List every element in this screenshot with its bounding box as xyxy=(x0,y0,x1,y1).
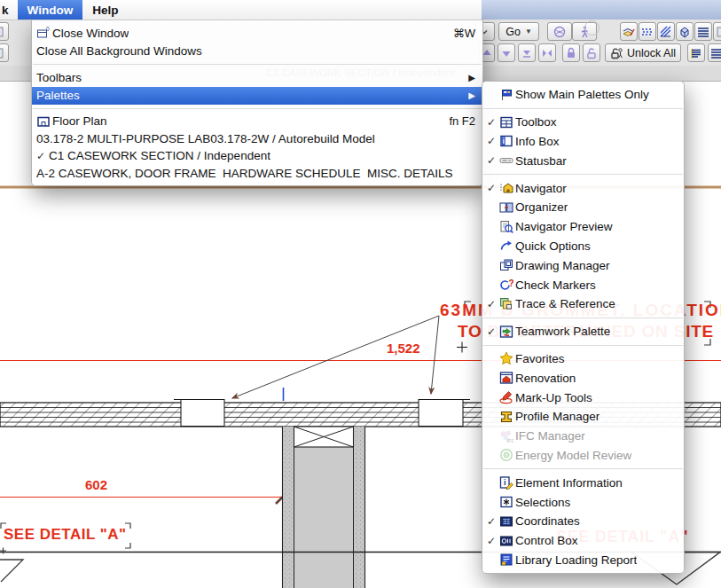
unlock-all-button[interactable]: Unlock All xyxy=(605,43,681,62)
palette-item-teamwork-palette[interactable]: ✓Teamwork Palette xyxy=(482,322,684,341)
navpreview-icon xyxy=(499,220,515,234)
palette-item-coordinates[interactable]: ✓Coordinates xyxy=(482,512,684,531)
checkmark-icon: ✓ xyxy=(487,116,499,129)
palette-item-label: Show Main Palettes Only xyxy=(515,88,649,101)
list-report-button[interactable] xyxy=(708,43,721,62)
palette-item-info-box[interactable]: ✓iInfo Box xyxy=(482,132,684,152)
toolbar-button-partial-left1[interactable] xyxy=(0,22,9,41)
svg-text:0: 0 xyxy=(46,26,50,32)
virtual-reality-button[interactable] xyxy=(547,22,572,41)
menu-separator xyxy=(483,108,683,109)
palette-item-label: Drawing Manager xyxy=(515,259,610,272)
menu-item-close-window[interactable]: 0Close Window⌘W xyxy=(32,24,482,43)
palette-item-quick-options[interactable]: Quick Options xyxy=(482,237,684,256)
selections-icon xyxy=(499,495,515,509)
palette-item-label: Favorites xyxy=(515,352,565,365)
menu-item-label: A-2 CASEWORK, DOOR FRAME HARDWARE SCHEDU… xyxy=(36,167,453,180)
menubar-item-partial[interactable]: k xyxy=(0,0,12,20)
checkmark-icon: ✓ xyxy=(487,135,499,147)
menubar-item-window[interactable]: Window xyxy=(18,0,83,20)
palette-item-label: Trace & Reference xyxy=(515,297,615,310)
palette-item-drawing-manager[interactable]: Drawing Manager xyxy=(482,255,684,275)
palette-item-organizer[interactable]: Organizer xyxy=(482,198,684,217)
checkmark-icon: ✓ xyxy=(36,150,45,162)
menu-separator xyxy=(483,468,683,469)
palette-item-label: IFC Manager xyxy=(515,429,585,443)
layer-settings-button[interactable] xyxy=(687,43,705,62)
menu-separator xyxy=(33,64,482,65)
menu-separator xyxy=(483,174,683,175)
palette-item-control-box[interactable]: ✓Control Box xyxy=(482,531,684,551)
menu-shortcut: ⌘W xyxy=(453,27,475,40)
send-to-bottom-button[interactable] xyxy=(518,43,536,62)
palette-item-mark-up-tools[interactable]: Mark-Up Tools xyxy=(482,388,684,407)
teamwork-icon xyxy=(499,325,515,339)
scale-dashes-button[interactable] xyxy=(639,22,656,41)
svg-text:i: i xyxy=(504,478,506,487)
palette-item-library-loading-report[interactable]: Library Loading Report xyxy=(482,551,684,570)
layers-edit-button[interactable] xyxy=(620,22,638,41)
svg-text:IFC: IFC xyxy=(507,437,514,443)
toolbar-button-partial-left2[interactable] xyxy=(0,43,9,62)
palette-item-label: Navigator Preview xyxy=(515,220,613,233)
send-backward-button[interactable] xyxy=(498,43,515,62)
lock-button[interactable] xyxy=(562,43,580,62)
menu-item-label: C1 CASEWORK SECTION / Independent xyxy=(49,149,270,162)
leader-lines xyxy=(232,316,439,398)
menu-separator xyxy=(483,318,683,318)
menu-item-03-178-2-multi-purpose-lab03-178-2w-autorebuild-model[interactable]: 03.178-2 MULTI-PURPOSE LAB03.178-2W / Au… xyxy=(32,130,482,148)
collide-arrows-button[interactable] xyxy=(538,43,556,62)
unlock-button[interactable] xyxy=(583,43,600,62)
toolbar-button-partial-right[interactable] xyxy=(713,22,721,41)
palette-item-renovation[interactable]: Renovation xyxy=(482,368,684,388)
window-menu: 0Close Window⌘WClose All Background Wind… xyxy=(31,20,483,186)
fill-hatch-button[interactable] xyxy=(657,22,675,41)
checkmark-icon: ✓ xyxy=(487,154,499,167)
palette-item-label: Teamwork Palette xyxy=(515,325,610,338)
menubar-item-help[interactable]: Help xyxy=(82,0,128,20)
svg-text:?: ? xyxy=(509,278,514,288)
toolbox-icon xyxy=(499,115,515,129)
menu-item-label: Toolbars xyxy=(36,71,82,84)
model-3d-button[interactable] xyxy=(676,22,694,41)
libreport-icon xyxy=(499,553,515,567)
organizer-icon xyxy=(499,200,515,215)
palette-item-label: Toolbox xyxy=(515,115,557,129)
menu-item-label: Close All Background Windows xyxy=(36,44,202,58)
palette-item-toolbox[interactable]: ✓Toolbox xyxy=(482,113,684,132)
eleminfo-icon: i xyxy=(499,475,515,490)
palette-item-label: Energy Model Review xyxy=(515,449,631,462)
menu-item-c1-casework-section-independent[interactable]: ✓C1 CASEWORK SECTION / Independent xyxy=(32,147,482,165)
palette-item-selections[interactable]: Selections xyxy=(482,492,684,512)
menu-item-close-all-background-windows[interactable]: Close All Background Windows xyxy=(32,43,482,61)
palette-item-navigator[interactable]: ✓Navigator xyxy=(482,178,684,198)
menu-item-floor-plan[interactable]: Floor Planfn F2 xyxy=(32,113,482,130)
checkmk-icon: ? xyxy=(499,278,515,292)
menu-item-palettes[interactable]: Palettes▶ xyxy=(32,87,482,106)
menu-item-a-2-casework-door-frame-hardware-schedule-misc-details[interactable]: A-2 CASEWORK, DOOR FRAME HARDWARE SCHEDU… xyxy=(32,165,482,183)
statusbar-icon xyxy=(499,153,515,168)
renovation-icon xyxy=(499,371,515,385)
palette-item-navigator-preview[interactable]: Navigator Preview xyxy=(482,217,684,237)
palette-item-element-information[interactable]: iElement Information xyxy=(482,473,684,492)
palette-item-favorites[interactable]: Favorites xyxy=(482,349,684,369)
ifc-icon: IFC xyxy=(499,429,515,443)
palette-item-ifc-manager[interactable]: IFCIFC Manager xyxy=(482,427,684,446)
palette-item-energy-model-review[interactable]: Energy Model Review xyxy=(482,446,684,466)
grommet-cutout-right xyxy=(419,400,463,427)
go-dropdown-button[interactable]: Go▼ xyxy=(498,22,539,41)
coords-icon xyxy=(499,514,515,529)
palette-item-statusbar[interactable]: ✓Statusbar xyxy=(482,151,684,170)
palette-item-label: Profile Manager xyxy=(515,410,600,423)
cursor-crosshair xyxy=(457,342,467,353)
palette-item-check-markers[interactable]: ?Check Markers xyxy=(482,275,684,294)
checkmark-icon: ✓ xyxy=(487,182,499,194)
palette-item-trace-reference[interactable]: ✓Trace & Reference xyxy=(482,294,684,314)
menu-item-toolbars[interactable]: Toolbars▶ xyxy=(32,68,482,87)
palette-item-show-main-palettes-only[interactable]: Show Main Palettes Only xyxy=(482,85,684,105)
palette-item-label: Coordinates xyxy=(515,514,580,528)
composite-layers-button[interactable] xyxy=(694,22,712,41)
palettes-submenu: Show Main Palettes Only✓Toolbox✓iInfo Bo… xyxy=(482,81,685,574)
palette-item-profile-manager[interactable]: Profile Manager xyxy=(482,407,684,427)
svg-text:i: i xyxy=(503,137,505,145)
